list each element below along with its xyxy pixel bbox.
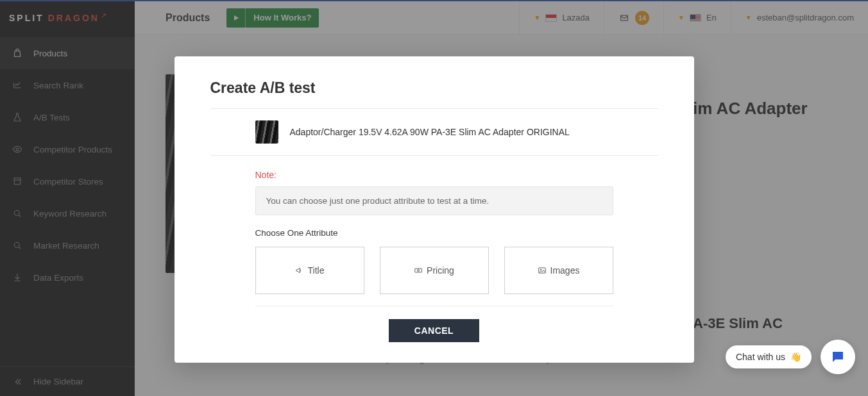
chat-pill[interactable]: Chat with us 👋 [726, 345, 812, 368]
modal-overlay[interactable]: Create A/B test Adaptor/Charger 19.5V 4.… [0, 0, 868, 396]
attribute-title-label: Title [308, 265, 325, 276]
attribute-pricing-label: Pricing [427, 265, 454, 276]
svg-rect-4 [415, 268, 422, 272]
divider [210, 108, 658, 109]
attribute-options: Title Pricing Images [255, 247, 613, 294]
attribute-images-label: Images [550, 265, 580, 276]
svg-point-7 [540, 269, 541, 270]
modal-product-row: Adaptor/Charger 19.5V 4.62A 90W PA-3E Sl… [210, 120, 658, 156]
create-ab-test-modal: Create A/B test Adaptor/Charger 19.5V 4.… [174, 56, 694, 363]
product-thumb [255, 120, 278, 144]
money-icon [414, 266, 423, 275]
chat-widget: Chat with us 👋 [726, 340, 855, 374]
chat-text: Chat with us [736, 352, 785, 362]
megaphone-icon [295, 266, 304, 275]
product-name: Adaptor/Charger 19.5V 4.62A 90W PA-3E Sl… [290, 127, 570, 137]
note-box: You can choose just one product attribut… [255, 186, 613, 215]
cancel-button[interactable]: CANCEL [389, 319, 479, 342]
wave-emoji-icon: 👋 [790, 352, 801, 362]
attribute-pricing-card[interactable]: Pricing [380, 247, 489, 294]
image-icon [538, 266, 547, 275]
chat-launcher[interactable] [821, 340, 855, 374]
svg-point-5 [418, 270, 420, 272]
modal-title: Create A/B test [210, 79, 658, 97]
divider [255, 306, 613, 306]
chat-icon [830, 349, 846, 365]
choose-attribute-label: Choose One Attribute [255, 228, 658, 238]
note-label: Note: [255, 170, 658, 180]
attribute-title-card[interactable]: Title [255, 247, 364, 294]
attribute-images-card[interactable]: Images [504, 247, 613, 294]
